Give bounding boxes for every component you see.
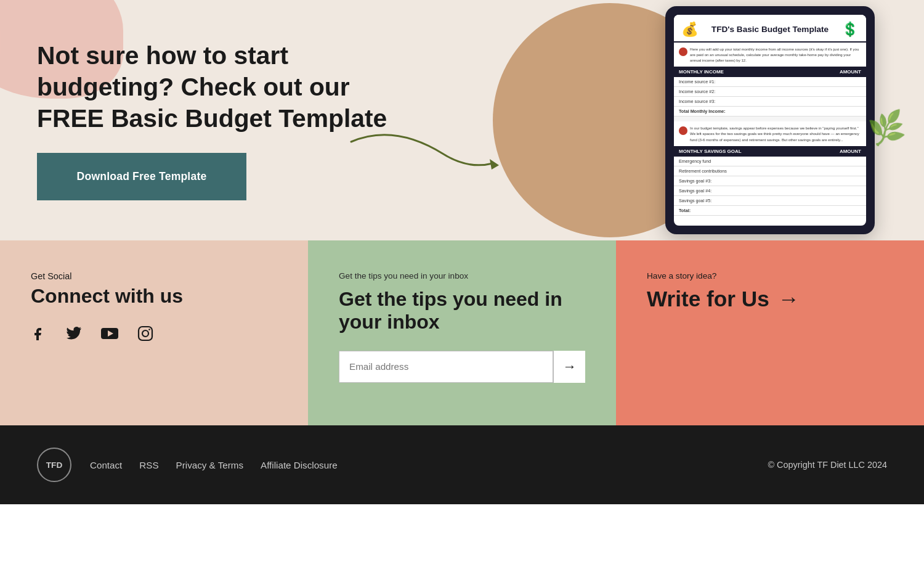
template-row: Income source #3:: [674, 97, 866, 107]
hero-title: Not sure how to start budgeting? Check o…: [37, 40, 394, 134]
twitter-icon[interactable]: [65, 325, 83, 346]
hero-content: Not sure how to start budgeting? Check o…: [0, 3, 431, 237]
footer-copyright: © Copyright TF Diet LLC 2024: [768, 460, 887, 470]
hero-section: Not sure how to start budgeting? Check o…: [0, 0, 924, 240]
hero-arrow-icon: [345, 129, 505, 179]
email-form: →: [339, 351, 585, 383]
template-title: TFD's Basic Budget Template: [705, 25, 835, 34]
svg-point-5: [148, 329, 150, 330]
footer-contact-link[interactable]: Contact: [90, 460, 122, 470]
social-heading: Connect with us: [31, 285, 277, 308]
template-row: Retirement contributions: [674, 166, 866, 176]
template-row: Savings goal #4:: [674, 186, 866, 196]
template-row: Savings goal #3:: [674, 176, 866, 186]
social-icons-row: [31, 325, 277, 346]
svg-rect-3: [139, 327, 152, 340]
template-icon-right: 💲: [841, 21, 859, 38]
facebook-icon[interactable]: [31, 325, 48, 346]
footer-rss-link[interactable]: RSS: [139, 460, 158, 470]
footer-affiliate-link[interactable]: Affiliate Disclosure: [261, 460, 338, 470]
template-note2: In our budget template, savings appear b…: [690, 125, 861, 142]
template-icon: 💰: [681, 21, 699, 38]
write-arrow-icon: →: [778, 287, 800, 311]
write-for-us-link[interactable]: Write for Us →: [647, 287, 893, 311]
template-savings-header: MONTHLY SAVINGS GOAL AMOUNT: [674, 146, 866, 157]
write-story-label: Have a story idea?: [647, 271, 893, 280]
template-note1: Here you will add up your total monthly …: [690, 46, 861, 63]
youtube-icon[interactable]: [100, 325, 120, 346]
template-mockup: 💰 TFD's Basic Budget Template 💲 Here you…: [665, 6, 887, 240]
template-row: Income source #2:: [674, 87, 866, 97]
template-row-total: Total Monthly Income:: [674, 107, 866, 117]
footer-left: TFD Contact RSS Privacy & Terms Affiliat…: [37, 448, 338, 482]
template-income-header: MONTHLY INCOME AMOUNT: [674, 67, 866, 77]
write-for-us-text: Write for Us: [647, 287, 769, 311]
footer: TFD Contact RSS Privacy & Terms Affiliat…: [0, 425, 924, 504]
email-heading: Get the tips you need in your inbox: [339, 288, 585, 334]
instagram-icon[interactable]: [137, 325, 154, 346]
download-template-button[interactable]: Download Free Template: [37, 153, 246, 200]
three-columns-section: Get Social Connect with us Get the tips …: [0, 240, 924, 425]
footer-nav: Contact RSS Privacy & Terms Affiliate Di…: [90, 460, 338, 470]
email-sub-label: Get the tips you need in your inbox: [339, 271, 585, 280]
email-submit-button[interactable]: →: [553, 351, 585, 383]
write-column: Have a story idea? Write for Us →: [616, 240, 924, 425]
email-column: Get the tips you need in your inbox Get …: [308, 240, 616, 425]
template-row-total: Total:: [674, 206, 866, 216]
svg-marker-0: [490, 159, 499, 170]
template-row: Income source #1:: [674, 77, 866, 87]
svg-point-4: [142, 330, 148, 337]
footer-privacy-link[interactable]: Privacy & Terms: [176, 460, 243, 470]
social-column: Get Social Connect with us: [0, 240, 308, 425]
footer-logo: TFD: [37, 448, 71, 482]
social-label: Get Social: [31, 271, 277, 281]
plant-decoration: 🌿: [866, 108, 909, 149]
email-input[interactable]: [339, 351, 553, 383]
template-row: Emergency fund: [674, 157, 866, 166]
template-row: Savings goal #5:: [674, 196, 866, 206]
